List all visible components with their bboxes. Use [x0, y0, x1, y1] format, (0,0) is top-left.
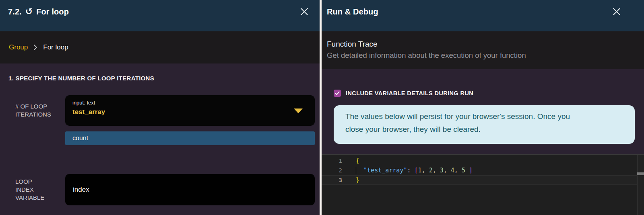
run-options-section: INCLUDE VARIABLE DETAILS DURING RUN The … [322, 69, 644, 154]
check-icon [335, 91, 340, 95]
close-for-loop-button[interactable] [299, 7, 309, 16]
dropdown-option-count[interactable]: count [65, 131, 315, 145]
line-number: 3 [322, 177, 342, 183]
notice-text-line: The values below will persist for your b… [345, 110, 627, 123]
input-type-hint: input: text [72, 100, 95, 106]
function-trace-section: Function Trace Get detailed information … [322, 31, 644, 69]
caret-down-icon [294, 109, 303, 113]
index-field-label: LOOP INDEX VARIABLE [15, 174, 63, 205]
iterations-variable-dropdown[interactable]: input: text test_array [65, 95, 315, 126]
close-icon [612, 7, 621, 16]
iterations-field-label: # OF LOOP ITERATIONS [15, 95, 63, 126]
run-debug-title: Run & Debug [327, 6, 378, 18]
loop-index-variable-input[interactable]: index [65, 174, 315, 205]
code-content: } [342, 176, 359, 184]
run-debug-panel: Run & Debug Function Trace Get detailed … [322, 0, 644, 215]
page-title: For loop [36, 6, 69, 18]
minimap-slider[interactable] [637, 172, 644, 175]
for-loop-header-row: 7.2. ↺ For loop [8, 6, 69, 18]
code-line-3[interactable]: 3 } [322, 175, 644, 185]
function-trace-subtitle: Get detailed information about the execu… [327, 50, 526, 61]
run-debug-header: Run & Debug [322, 0, 644, 31]
close-run-debug-button[interactable] [612, 7, 621, 16]
breadcrumb-group-link[interactable]: Group [9, 43, 28, 51]
selected-variable-value: test_array [72, 108, 105, 116]
checkbox-checked[interactable] [334, 90, 341, 97]
chevron-right-icon [33, 44, 37, 51]
breadcrumb-current: For loop [43, 43, 68, 51]
for-loop-form: 1. SPECIFY THE NUMBER OF LOOP ITERATIONS… [0, 63, 320, 215]
loop-icon: ↺ [25, 6, 33, 17]
screen: 7.2. ↺ For loop Group For loop 1. SPECIF… [0, 0, 644, 215]
index-label-line: INDEX [15, 186, 63, 194]
dropdown-option-label: count [72, 135, 88, 142]
close-icon [300, 7, 309, 16]
code-content: { [342, 157, 359, 164]
notice-text-line: close your browser, they will be cleared… [345, 123, 627, 136]
code-content: "test_array": [1, 2, 3, 4, 5 ] [342, 167, 473, 174]
run-debug-header-row: Run & Debug [327, 6, 378, 18]
loop-index-variable-value: index [73, 186, 89, 194]
session-persistence-notice: The values below will persist for your b… [334, 105, 635, 144]
for-loop-panel: 7.2. ↺ For loop Group For loop 1. SPECIF… [0, 0, 320, 215]
iterations-label-line: # OF LOOP [15, 102, 63, 111]
code-line-2[interactable]: 2 "test_array": [1, 2, 3, 4, 5 ] [322, 166, 644, 175]
for-loop-panel-header: 7.2. ↺ For loop [0, 0, 320, 31]
json-code-editor[interactable]: 1 { 2 "test_array": [1, 2, 3, 4, 5 ] 3 } [322, 154, 644, 215]
step-number: 7.2. [8, 6, 22, 18]
iterations-label-line: ITERATIONS [15, 111, 63, 119]
section-title: 1. SPECIFY THE NUMBER OF LOOP ITERATIONS [8, 75, 154, 82]
line-number: 1 [322, 158, 342, 164]
include-variable-details-checkbox[interactable]: INCLUDE VARIABLE DETAILS DURING RUN [334, 90, 473, 97]
checkbox-label: INCLUDE VARIABLE DETAILS DURING RUN [346, 90, 473, 96]
function-trace-title: Function Trace [327, 39, 378, 49]
index-label-line: VARIABLE [15, 194, 63, 202]
breadcrumb: Group For loop [0, 31, 320, 63]
index-label-line: LOOP [15, 178, 63, 186]
line-number: 2 [322, 167, 342, 174]
code-line-1[interactable]: 1 { [322, 156, 644, 166]
editor-minimap [637, 155, 644, 215]
